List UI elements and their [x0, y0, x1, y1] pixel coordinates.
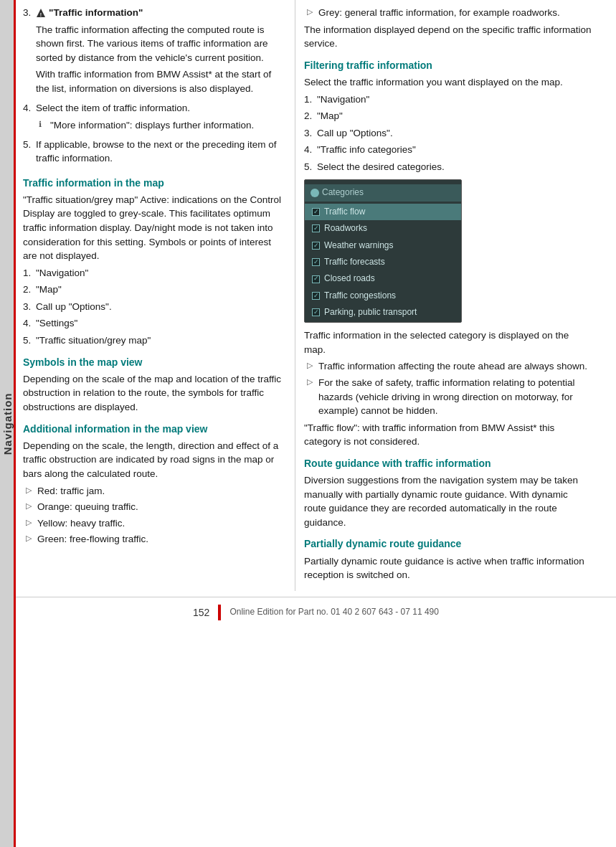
bullet-safety: ▷ For the sake of safety, traffic inform…: [304, 376, 592, 418]
f-item3-text: Call up "Options".: [317, 126, 393, 141]
section1-list: 1. "Navigation" 2. "Map" 3. Call up "Opt…: [23, 266, 286, 348]
cat-item-1: ✓ Roadworks: [305, 220, 461, 237]
f-item3: 3. Call up "Options".: [304, 126, 592, 141]
s1-item3: 3. Call up "Options".: [23, 300, 286, 314]
cat-item-0-label: Traffic flow: [324, 206, 365, 218]
bullet-grey: ▷ Grey: general traffic information, for…: [304, 6, 592, 20]
s1-item1-num: 1.: [23, 266, 36, 280]
arrow-icon-2: ▷: [26, 500, 37, 514]
para-after-img: Traffic information in the selected cate…: [304, 328, 592, 356]
bullet-green: ▷ Green: free-flowing traffic.: [23, 532, 286, 546]
para-flow: "Traffic flow": with traffic information…: [304, 421, 592, 449]
item4-num: 4.: [23, 101, 36, 134]
item3-title: "Traffic information": [49, 6, 143, 20]
list-item-5: 5. If applicable, browse to the next or …: [23, 138, 286, 169]
svg-text:!: !: [40, 11, 42, 16]
section1-heading: Traffic information in the map: [23, 176, 286, 190]
bullet-red: ▷ Red: traffic jam.: [23, 484, 286, 498]
right-column: ▷ Grey: general traffic information, for…: [295, 0, 600, 591]
cat-checkbox-3: ✓: [312, 258, 320, 266]
list-item-4: 4. Select the item of traffic informatio…: [23, 101, 286, 134]
cat-item-5: ✓ Traffic congestions: [305, 288, 461, 304]
item4-text: Select the item of traffic information.: [36, 101, 286, 115]
nav-tab: Navigation: [0, 0, 16, 847]
cat-item-2: ✓ Weather warnings: [305, 237, 461, 254]
item5-content: If applicable, browse to the next or the…: [36, 138, 286, 169]
list-item-3: 3. ! "Traffic information" The traffic i…: [23, 6, 286, 98]
item5-text: If applicable, browse to the next or the…: [36, 138, 286, 166]
nav-tab-label: Navigation: [0, 392, 16, 455]
cat-title: Categories: [322, 186, 364, 199]
cat-checkbox-4: ✓: [312, 275, 320, 283]
cat-item-1-label: Roadworks: [324, 222, 367, 235]
item3-para1: The traffic information affecting the co…: [36, 23, 286, 65]
bullet-route-text: Traffic information affecting the route …: [318, 359, 592, 374]
bullet-yellow: ▷ Yellow: heavy traffic.: [23, 516, 286, 531]
s1-item1-text: "Navigation": [36, 266, 88, 280]
filter-para: Select the traffic information you want …: [304, 75, 592, 90]
arrow-icon-grey: ▷: [307, 6, 318, 20]
cat-item-3: ✓ Traffic forecasts: [305, 254, 461, 270]
section3-bullets: ▷ Red: traffic jam. ▷ Orange: queuing tr…: [23, 484, 286, 546]
bullet-orange: ▷ Orange: queuing traffic.: [23, 500, 286, 514]
cat-item-4: ✓ Closed roads: [305, 270, 461, 287]
f-item5-text: Select the desired categories.: [317, 160, 445, 174]
page-number: 152: [193, 605, 209, 620]
item4-sub-text: "More information": displays further inf…: [50, 118, 286, 133]
s1-item5-text: "Traffic situation/grey map": [36, 333, 151, 348]
bullet-orange-text: Orange: queuing traffic.: [37, 500, 286, 514]
bullet-green-text: Green: free-flowing traffic.: [37, 532, 286, 546]
s1-item3-num: 3.: [23, 300, 36, 314]
bullet-safety-text: For the sake of safety, traffic informat…: [318, 376, 592, 418]
warning-icon: !: [36, 8, 46, 18]
s1-item4-num: 4.: [23, 316, 36, 331]
f-item2: 2. "Map": [304, 109, 592, 123]
f-item2-text: "Map": [317, 109, 343, 123]
item4-content: Select the item of traffic information. …: [36, 101, 286, 134]
route-heading: Route guidance with traffic information: [304, 456, 592, 470]
cat-item-3-label: Traffic forecasts: [324, 256, 385, 268]
partial-para: Partially dynamic route guidance is acti…: [304, 554, 592, 582]
s1-item4-text: "Settings": [36, 316, 77, 331]
filter-heading: Filtering traffic information: [304, 58, 592, 72]
item3-header: ! "Traffic information": [36, 6, 286, 20]
cat-checkbox-6: ✓: [312, 308, 320, 316]
cat-checkbox-2: ✓: [312, 242, 320, 250]
footer-text: Online Edition for Part no. 01 40 2 607 …: [229, 606, 439, 618]
cat-icon: [311, 189, 319, 197]
bullet-yellow-text: Yellow: heavy traffic.: [37, 516, 286, 531]
s1-item2-text: "Map": [36, 283, 62, 297]
bullet-route-ahead: ▷ Traffic information affecting the rout…: [304, 359, 592, 374]
section1-para: "Traffic situation/grey map" Active: ind…: [23, 193, 286, 263]
cat-checkbox-5: ✓: [312, 292, 320, 300]
partial-heading: Partially dynamic route guidance: [304, 536, 592, 551]
left-column: 3. ! "Traffic information" The traffic i…: [16, 0, 295, 591]
f-item4-text: "Traffic info categories": [317, 143, 416, 157]
f-item5: 5. Select the desired categories.: [304, 160, 592, 174]
cat-item-0: ✓ Traffic flow: [305, 204, 461, 220]
item3-num: 3.: [23, 6, 36, 98]
arrow-icon-3: ▷: [26, 516, 37, 531]
arrow-icon-4: ▷: [26, 532, 37, 546]
arrow-icon-5: ▷: [307, 359, 318, 374]
s1-item1: 1. "Navigation": [23, 266, 286, 280]
cat-item-6: ✓ Parking, public transport: [305, 304, 461, 321]
arrow-icon-1: ▷: [26, 484, 37, 498]
cat-item-6-label: Parking, public transport: [324, 306, 417, 318]
bullet-grey-text: Grey: general traffic information, for e…: [318, 6, 592, 20]
f-item4: 4. "Traffic info categories": [304, 143, 592, 157]
cat-item-5-label: Traffic congestions: [324, 290, 396, 302]
cat-item-2-label: Weather warnings: [324, 240, 394, 252]
s1-item4: 4. "Settings": [23, 316, 286, 331]
mid-bullets: ▷ Traffic information affecting the rout…: [304, 359, 592, 417]
section3-para: Depending on the scale, the length, dire…: [23, 439, 286, 481]
cat-checkbox-1: ✓: [312, 224, 320, 232]
bullet-red-text: Red: traffic jam.: [37, 484, 286, 498]
item3-content: ! "Traffic information" The traffic info…: [36, 6, 286, 98]
s1-item2: 2. "Map": [23, 283, 286, 297]
s1-item2-num: 2.: [23, 283, 36, 297]
route-para: Diversion suggestions from the navigatio…: [304, 473, 592, 529]
f-item1: 1. "Navigation": [304, 93, 592, 107]
section2-heading: Symbols in the map view: [23, 355, 286, 369]
para-top: The information displayed depend on the …: [304, 23, 592, 51]
